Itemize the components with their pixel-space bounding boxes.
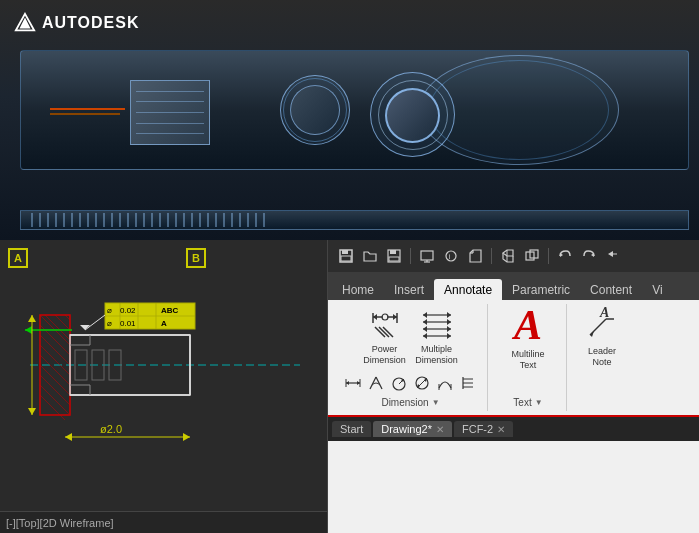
ordinate-dim-button[interactable]	[457, 372, 479, 394]
quick-access-toolbar: i	[328, 240, 699, 272]
multiline-text-icon: A	[514, 304, 542, 346]
radius-dim-button[interactable]	[388, 372, 410, 394]
text-group-arrow: ▼	[535, 398, 543, 407]
qa-undo-button[interactable]	[555, 246, 575, 266]
leader-note-button[interactable]: A Leader Note	[577, 306, 627, 368]
ribbon-group-text: A Multiline Text Text ▼	[490, 304, 567, 411]
linear-dim-button[interactable]	[342, 372, 364, 394]
svg-marker-90	[447, 326, 451, 332]
rail-tick	[95, 213, 97, 227]
svg-line-6	[40, 335, 70, 365]
rail-tick	[207, 213, 209, 227]
ribbon-tabs: Home Insert Annotate Parametric Content …	[328, 272, 699, 300]
box-line	[136, 123, 204, 124]
svg-marker-93	[447, 333, 451, 339]
qa-save-button[interactable]	[384, 246, 404, 266]
rail-tick	[111, 213, 113, 227]
doc-tab-drawing2[interactable]: Drawing2* ✕	[373, 421, 452, 437]
viewport-label: [-][Top][2D Wireframe]	[6, 517, 114, 529]
svg-line-40	[85, 315, 105, 330]
rail-tick	[239, 213, 241, 227]
tab-insert[interactable]: Insert	[384, 279, 434, 300]
svg-marker-89	[423, 326, 427, 332]
svg-rect-55	[390, 250, 396, 254]
rail-tick	[39, 213, 41, 227]
angular-dim-button[interactable]	[365, 372, 387, 394]
rail-tick	[79, 213, 81, 227]
tab-vi[interactable]: Vi	[642, 279, 672, 300]
autodesk-brand-text: AUTODESK	[42, 14, 140, 32]
text-group-label[interactable]: Text ▼	[511, 396, 544, 409]
qa-undo-arrow-button[interactable]	[603, 246, 623, 266]
rail-tick	[119, 213, 121, 227]
doc-tab-fcf2[interactable]: FCF-2 ✕	[454, 421, 513, 437]
status-bar: [-][Top][2D Wireframe]	[0, 511, 327, 533]
autodesk-icon	[14, 12, 36, 34]
svg-text:0.02: 0.02	[120, 306, 136, 315]
rail-tick	[103, 213, 105, 227]
svg-marker-92	[423, 333, 427, 339]
document-tabs: Start Drawing2* ✕ FCF-2 ✕	[328, 417, 699, 441]
tab-annotate[interactable]: Annotate	[434, 279, 502, 300]
tab-parametric[interactable]: Parametric	[502, 279, 580, 300]
qa-separator-1	[410, 248, 411, 264]
box-lines	[131, 81, 209, 144]
box-line	[136, 112, 204, 113]
svg-marker-50	[28, 408, 36, 415]
toolbar-panel: i	[328, 240, 699, 533]
circle-large-3	[385, 88, 440, 143]
rail-tick	[223, 213, 225, 227]
rail-tick	[127, 213, 129, 227]
qa-new-button[interactable]	[336, 246, 356, 266]
leaders-group-label[interactable]	[600, 407, 604, 409]
rail-tick	[167, 213, 169, 227]
dimension-group-label[interactable]: Dimension ▼	[379, 396, 441, 409]
bottom-section: A B	[0, 240, 699, 533]
multiline-text-button[interactable]: A Multiline Text	[498, 306, 558, 368]
tab-content[interactable]: Content	[580, 279, 642, 300]
qa-close-button[interactable]	[465, 246, 485, 266]
svg-text:ABC: ABC	[161, 306, 179, 315]
cylinder-inner	[429, 60, 609, 160]
doc-tab-drawing2-close[interactable]: ✕	[436, 424, 444, 435]
doc-tab-fcf2-close[interactable]: ✕	[497, 424, 505, 435]
diameter-dim-button[interactable]	[411, 372, 433, 394]
rail-tick	[183, 213, 185, 227]
rail-tick	[143, 213, 145, 227]
power-dimension-button[interactable]: Power Dimension	[360, 306, 410, 368]
arc-dim-button[interactable]	[434, 372, 456, 394]
svg-marker-68	[560, 253, 563, 257]
qa-properties-button[interactable]: i	[441, 246, 461, 266]
qa-open-button[interactable]	[360, 246, 380, 266]
cad-panel: A B	[0, 240, 328, 533]
rail-tick	[255, 213, 257, 227]
qa-plot-button[interactable]	[417, 246, 437, 266]
svg-marker-70	[608, 251, 613, 257]
ribbon-content: Power Dimension	[328, 300, 699, 417]
marker-a: A	[8, 248, 28, 268]
leader-buttons: A Leader Note	[577, 306, 627, 405]
rail-tick	[263, 213, 265, 227]
svg-text:0.01: 0.01	[120, 319, 136, 328]
multiple-dimension-button[interactable]: Multiple Dimension	[412, 306, 462, 368]
svg-line-14	[55, 315, 70, 330]
rail-tick	[215, 213, 217, 227]
svg-marker-69	[591, 253, 594, 257]
svg-marker-83	[423, 312, 427, 318]
rail-tick	[247, 213, 249, 227]
tab-home[interactable]: Home	[332, 279, 384, 300]
svg-rect-52	[342, 250, 348, 254]
svg-line-11	[40, 385, 70, 415]
autodesk-logo: AUTODESK	[14, 12, 140, 34]
circle-component-3	[290, 85, 340, 135]
qa-extra-button[interactable]	[522, 246, 542, 266]
qa-separator-2	[491, 248, 492, 264]
rail-tick	[191, 213, 193, 227]
ribbon-group-leaders: A Leader Note	[569, 304, 635, 411]
svg-text:A: A	[161, 319, 167, 328]
svg-marker-49	[28, 315, 36, 322]
qa-redo-button[interactable]	[579, 246, 599, 266]
svg-text:⌀: ⌀	[107, 306, 112, 315]
doc-tab-start[interactable]: Start	[332, 421, 371, 437]
qa-grid-button[interactable]	[498, 246, 518, 266]
